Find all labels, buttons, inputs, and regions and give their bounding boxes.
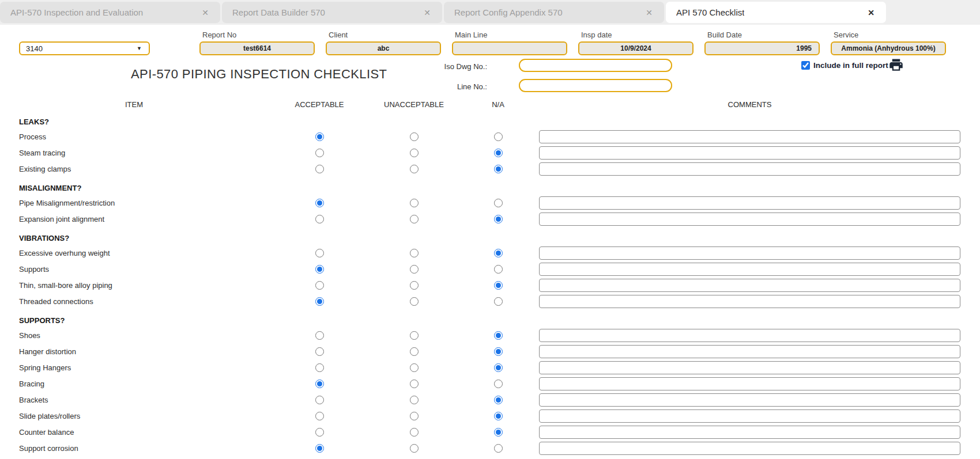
comment-input[interactable] xyxy=(539,377,960,390)
iso-dwg-input[interactable] xyxy=(519,59,672,72)
comment-input[interactable] xyxy=(539,130,960,143)
na-radio[interactable] xyxy=(494,331,503,340)
na-radio[interactable] xyxy=(494,380,503,388)
unacceptable-radio[interactable] xyxy=(410,215,419,223)
field-report-no[interactable] xyxy=(199,41,315,55)
acceptable-radio[interactable] xyxy=(315,165,324,173)
comment-input[interactable] xyxy=(539,409,960,423)
unacceptable-radio[interactable] xyxy=(410,165,419,173)
acceptable-radio[interactable] xyxy=(315,396,324,404)
comment-input[interactable] xyxy=(539,196,960,210)
field-client[interactable] xyxy=(326,41,441,55)
checklist-row: Supports xyxy=(0,261,980,277)
unacceptable-radio[interactable] xyxy=(410,281,419,290)
unacceptable-radio[interactable] xyxy=(410,412,419,420)
na-radio[interactable] xyxy=(494,265,503,274)
comment-input[interactable] xyxy=(539,146,960,160)
tab-label: API-570 Inspection and Evaluation xyxy=(10,7,143,17)
na-radio[interactable] xyxy=(494,132,503,141)
na-cell xyxy=(457,331,539,340)
acceptable-radio[interactable] xyxy=(315,363,324,372)
acceptable-radio[interactable] xyxy=(315,265,324,274)
comment-input[interactable] xyxy=(539,329,960,342)
unacceptable-radio[interactable] xyxy=(410,396,419,404)
acceptable-radio[interactable] xyxy=(315,380,324,388)
comment-input[interactable] xyxy=(539,442,960,455)
line-no-input[interactable] xyxy=(519,79,672,92)
unacceptable-radio[interactable] xyxy=(410,297,419,306)
acceptable-radio[interactable] xyxy=(315,331,324,340)
checklist-row: Excessive overhung weight xyxy=(0,245,980,261)
comment-input[interactable] xyxy=(539,246,960,260)
field-main-line[interactable] xyxy=(452,41,567,55)
comment-input[interactable] xyxy=(539,213,960,226)
include-in-full-report-checkbox[interactable] xyxy=(801,61,810,70)
acceptable-radio[interactable] xyxy=(315,249,324,257)
unacceptable-radio[interactable] xyxy=(410,444,419,453)
checklist-row: Steam tracing xyxy=(0,145,980,161)
unacceptable-radio[interactable] xyxy=(410,428,419,437)
comment-input[interactable] xyxy=(539,263,960,276)
print-button[interactable] xyxy=(888,57,904,73)
comment-input[interactable] xyxy=(539,295,960,308)
comment-input[interactable] xyxy=(539,426,960,439)
unacceptable-cell xyxy=(371,331,457,340)
acceptable-radio[interactable] xyxy=(315,297,324,306)
checklist-row: Counter balance xyxy=(0,424,980,440)
comment-input[interactable] xyxy=(539,361,960,374)
unacceptable-radio[interactable] xyxy=(410,363,419,372)
acceptable-radio[interactable] xyxy=(315,215,324,223)
unacceptable-radio[interactable] xyxy=(410,199,419,207)
comment-input[interactable] xyxy=(539,279,960,292)
na-radio[interactable] xyxy=(494,396,503,404)
acceptable-radio[interactable] xyxy=(315,444,324,453)
comment-cell xyxy=(539,279,980,292)
tab-api-570-inspection-and-evaluation[interactable]: API-570 Inspection and Evaluation ✕ xyxy=(0,2,220,23)
checklist-row: Process xyxy=(0,128,980,145)
close-icon[interactable]: ✕ xyxy=(421,7,433,18)
close-icon[interactable]: ✕ xyxy=(199,7,211,18)
unacceptable-radio[interactable] xyxy=(410,132,419,141)
close-icon[interactable]: ✕ xyxy=(643,7,655,18)
line-number-dropdown[interactable]: 3140 ▼ xyxy=(19,41,150,55)
checklist-row: Brackets xyxy=(0,392,980,408)
na-radio[interactable] xyxy=(494,199,503,207)
na-radio[interactable] xyxy=(494,363,503,372)
tab-report-config-appendix-570[interactable]: Report Config Appendix 570 ✕ xyxy=(444,2,664,23)
comment-input[interactable] xyxy=(539,393,960,407)
header-field-label: Report No xyxy=(199,31,315,39)
tab-report-data-builder-570[interactable]: Report Data Builder 570 ✕ xyxy=(222,2,442,23)
field-build-date[interactable] xyxy=(704,41,820,55)
na-radio[interactable] xyxy=(494,297,503,306)
field-service[interactable] xyxy=(831,41,946,55)
na-radio[interactable] xyxy=(494,281,503,290)
acceptable-cell xyxy=(268,428,371,437)
acceptable-radio[interactable] xyxy=(315,428,324,437)
unacceptable-radio[interactable] xyxy=(410,265,419,274)
na-radio[interactable] xyxy=(494,249,503,257)
acceptable-radio[interactable] xyxy=(315,149,324,157)
na-radio[interactable] xyxy=(494,412,503,420)
na-radio[interactable] xyxy=(494,428,503,437)
unacceptable-radio[interactable] xyxy=(410,347,419,356)
na-radio[interactable] xyxy=(494,347,503,356)
na-radio[interactable] xyxy=(494,444,503,453)
unacceptable-radio[interactable] xyxy=(410,249,419,257)
unacceptable-radio[interactable] xyxy=(410,149,419,157)
comment-input[interactable] xyxy=(539,345,960,358)
acceptable-radio[interactable] xyxy=(315,347,324,356)
unacceptable-radio[interactable] xyxy=(410,331,419,340)
section-title: VIBRATIONS? xyxy=(0,231,980,245)
field-insp-date[interactable] xyxy=(578,41,693,55)
na-radio[interactable] xyxy=(494,165,503,173)
acceptable-radio[interactable] xyxy=(315,281,324,290)
comment-input[interactable] xyxy=(539,162,960,176)
na-radio[interactable] xyxy=(494,149,503,157)
tab-api-570-checklist[interactable]: API 570 Checklist ✕ xyxy=(666,2,886,23)
acceptable-radio[interactable] xyxy=(315,199,324,207)
unacceptable-radio[interactable] xyxy=(410,380,419,388)
acceptable-radio[interactable] xyxy=(315,132,324,141)
close-icon[interactable]: ✕ xyxy=(865,7,877,18)
acceptable-radio[interactable] xyxy=(315,412,324,420)
na-radio[interactable] xyxy=(494,215,503,223)
